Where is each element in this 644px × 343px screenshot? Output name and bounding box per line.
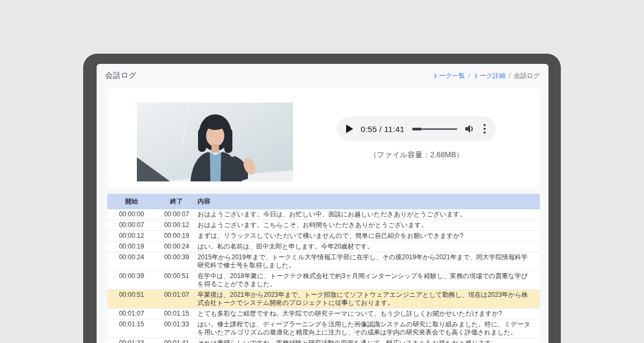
row-end-time: 00:00:51 — [156, 272, 197, 280]
table-row[interactable]: 00:01:1500:01:33はい。修士課程では、ディープラーニングを活用した… — [107, 319, 540, 338]
row-start-time: 00:00:00 — [107, 210, 156, 218]
device-frame: 会話ログ トーク一覧 / トーク詳細 / 会話ログ — [83, 54, 561, 343]
video-thumbnail[interactable] — [137, 103, 293, 181]
table-row[interactable]: 00:00:0000:00:07おはようございます。今日は、お忙しい中、面談にお… — [107, 209, 540, 220]
row-content-text: 卒業後は、2021年から2023年まで、トーク招致にてソフトウェアエンジニアとし… — [197, 291, 540, 307]
page-title: 会話ログ — [105, 71, 137, 81]
seek-bar-remaining — [422, 128, 457, 130]
player-area: 0:55 / 11:41 （ファイル容量：2 — [293, 88, 540, 188]
volume-icon[interactable] — [465, 124, 475, 134]
row-start-time: 00:01:15 — [107, 320, 156, 329]
row-end-time: 00:00:07 — [156, 210, 197, 218]
table-row[interactable]: 00:01:3300:01:41それは素晴らしいですね。実務経験と研究活動の両面… — [107, 338, 540, 343]
row-content-text: はい。私の名前は、田中太郎と申します。今年20歳材です。 — [197, 243, 540, 251]
column-header-content: 内容 — [197, 197, 540, 206]
table-row[interactable]: 00:01:0700:01:15とても多彩なご経歴ですね。大学院での研究テーマに… — [107, 309, 540, 319]
table-row[interactable]: 00:00:1200:00:19まずは、リラックスしていただいて構いませんので、… — [107, 231, 540, 242]
row-content-text: 2015年から2019年まで、トークミル大学情報工学部に在学し、その後2019年… — [197, 253, 540, 269]
column-header-start: 開始 — [107, 197, 156, 206]
row-start-time: 00:00:39 — [107, 272, 156, 280]
breadcrumb-link-talk-detail[interactable]: トーク詳細 — [473, 71, 506, 81]
row-content-text: それは素晴らしいですね。実務経験と研究活動の両面を通じて、幅広いスキルをお持ちだ… — [197, 339, 540, 343]
row-end-time: 00:00:19 — [156, 232, 197, 240]
row-start-time: 00:01:07 — [107, 310, 156, 318]
app-page: 会話ログ トーク一覧 / トーク詳細 / 会話ログ — [97, 64, 548, 343]
table-row[interactable]: 00:00:0700:00:12おはようございます。こちらこそ、お時間をいただき… — [107, 220, 540, 231]
row-end-time: 00:00:12 — [156, 221, 197, 229]
row-end-time: 00:00:39 — [156, 253, 197, 261]
row-start-time: 00:00:19 — [107, 243, 156, 251]
table-row[interactable]: 00:00:2400:00:392015年から2019年まで、トークミル大学情報… — [107, 252, 540, 271]
row-content-text: はい。修士課程では、ディープラーニングを活用した画像認識システムの研究に取り組み… — [197, 320, 540, 337]
row-end-time: 00:01:15 — [156, 310, 197, 318]
column-header-end: 終了 — [156, 197, 197, 206]
row-start-time: 00:00:51 — [107, 291, 156, 299]
file-size-label: （ファイル容量：2.68MB） — [369, 150, 464, 160]
row-content-text: とても多彩なご経歴ですね。大学院での研究テーマについて、もう少し詳しくお聞かせい… — [197, 310, 540, 318]
row-start-time: 00:00:07 — [107, 221, 156, 229]
media-card: 0:55 / 11:41 （ファイル容量：2 — [107, 88, 540, 188]
breadcrumb-current: 会話ログ — [514, 71, 540, 81]
table-header: 開始 終了 内容 — [107, 194, 540, 209]
table-row[interactable]: 00:00:1900:00:24はい。私の名前は、田中太郎と申します。今年20歳… — [107, 242, 540, 252]
page-header: 会話ログ トーク一覧 / トーク詳細 / 会話ログ — [97, 64, 548, 81]
row-end-time: 00:01:07 — [156, 291, 197, 299]
conversation-table: 開始 終了 内容 00:00:0000:00:07おはようございます。今日は、お… — [107, 194, 540, 343]
seek-bar-played — [412, 128, 422, 130]
play-icon[interactable] — [346, 125, 353, 133]
interview-photo-illustration — [137, 103, 293, 181]
table-row[interactable]: 00:00:5100:01:07卒業後は、2021年から2023年まで、トーク招… — [107, 290, 540, 309]
table-row[interactable]: 00:00:3900:00:51在学中は、2018年夏に、トークテク株式会社で約… — [107, 271, 540, 290]
audio-player: 0:55 / 11:41 — [337, 116, 496, 141]
breadcrumb-link-talk-list[interactable]: トーク一覧 — [433, 71, 465, 81]
table-body: 00:00:0000:00:07おはようございます。今日は、お忙しい中、面談にお… — [107, 209, 540, 343]
row-end-time: 00:00:24 — [156, 243, 197, 251]
breadcrumb-separator: / — [468, 72, 470, 79]
breadcrumb-separator: / — [509, 72, 510, 79]
row-content-text: おはようございます。こちらこそ、お時間をいただきありがとうございます。 — [197, 221, 540, 229]
time-display: 0:55 / 11:41 — [361, 125, 405, 134]
breadcrumb: トーク一覧 / トーク詳細 / 会話ログ — [433, 71, 540, 81]
row-start-time: 00:00:12 — [107, 232, 156, 240]
row-end-time: 00:01:41 — [156, 339, 197, 343]
row-content-text: おはようございます。今日は、お忙しい中、面談にお越しいただきありがとうございます… — [197, 210, 540, 218]
more-options-icon[interactable] — [482, 123, 487, 135]
row-content-text: まずは、リラックスしていただいて構いませんので、簡単に自己紹介をお願いできますか… — [197, 232, 540, 240]
row-start-time: 00:01:33 — [107, 339, 156, 343]
row-content-text: 在学中は、2018年夏に、トークテク株式会社で約3ヶ月間インターンシップを経験し… — [197, 272, 540, 288]
seek-bar[interactable] — [412, 128, 457, 130]
row-end-time: 00:01:33 — [156, 320, 197, 329]
row-start-time: 00:00:24 — [107, 253, 156, 261]
